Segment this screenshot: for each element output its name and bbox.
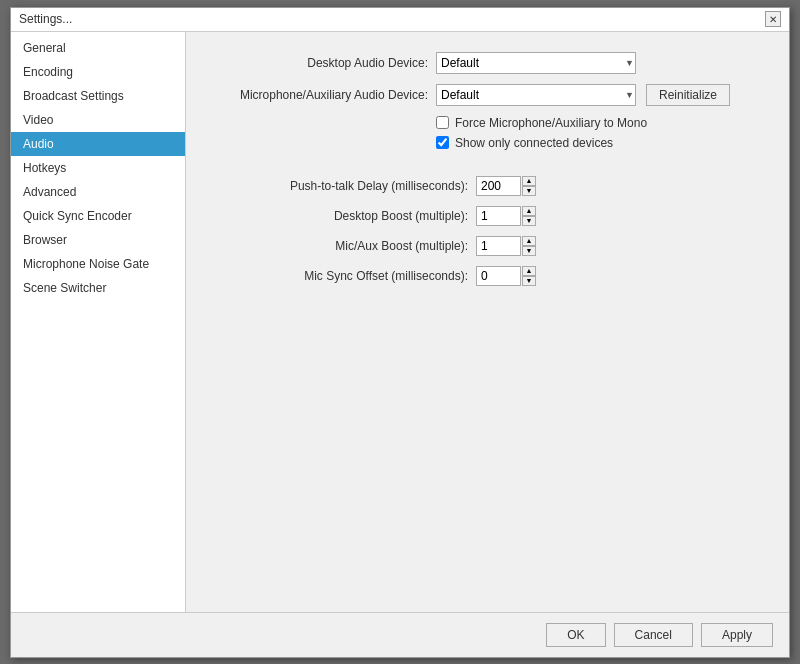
mic-aux-boost-label: Mic/Aux Boost (multiple): [216,239,476,253]
show-connected-checkbox[interactable] [436,136,449,149]
sidebar-item-video[interactable]: Video [11,108,185,132]
apply-button[interactable]: Apply [701,623,773,647]
mic-aux-boost-down-button[interactable]: ▼ [522,246,536,256]
content-spacer [216,296,759,592]
sidebar-item-browser[interactable]: Browser [11,228,185,252]
show-connected-row: Show only connected devices [436,136,759,150]
desktop-audio-label: Desktop Audio Device: [216,56,436,70]
settings-dialog: Settings... ✕ General Encoding Broadcast… [10,7,790,658]
sidebar-item-broadcast-settings[interactable]: Broadcast Settings [11,84,185,108]
mic-aux-boost-row: Mic/Aux Boost (multiple): 1 ▲ ▼ [216,236,759,256]
mic-sync-offset-buttons: ▲ ▼ [522,266,536,286]
mic-aux-boost-input[interactable]: 1 [476,236,521,256]
mic-sync-offset-spinbox: 0 ▲ ▼ [476,266,536,286]
sidebar-item-audio[interactable]: Audio [11,132,185,156]
mic-audio-select[interactable]: Default [436,84,636,106]
force-mono-row: Force Microphone/Auxiliary to Mono [436,116,759,130]
sidebar-item-quick-sync-encoder[interactable]: Quick Sync Encoder [11,204,185,228]
sidebar-item-hotkeys[interactable]: Hotkeys [11,156,185,180]
window-title: Settings... [19,12,72,26]
push-to-talk-spinbox: 200 ▲ ▼ [476,176,536,196]
close-button[interactable]: ✕ [765,11,781,27]
sidebar-item-microphone-noise-gate[interactable]: Microphone Noise Gate [11,252,185,276]
reinitialize-button[interactable]: Reinitialize [646,84,730,106]
sidebar-item-advanced[interactable]: Advanced [11,180,185,204]
push-to-talk-label: Push-to-talk Delay (milliseconds): [216,179,476,193]
cancel-button[interactable]: Cancel [614,623,693,647]
force-mono-checkbox[interactable] [436,116,449,129]
sidebar-item-general[interactable]: General [11,36,185,60]
mic-sync-offset-row: Mic Sync Offset (milliseconds): 0 ▲ ▼ [216,266,759,286]
desktop-boost-label: Desktop Boost (multiple): [216,209,476,223]
push-to-talk-input[interactable]: 200 [476,176,521,196]
desktop-boost-buttons: ▲ ▼ [522,206,536,226]
desktop-boost-spinbox: 1 ▲ ▼ [476,206,536,226]
mic-aux-boost-buttons: ▲ ▼ [522,236,536,256]
desktop-boost-down-button[interactable]: ▼ [522,216,536,226]
dialog-footer: OK Cancel Apply [11,612,789,657]
ok-button[interactable]: OK [546,623,605,647]
mic-aux-boost-spinbox: 1 ▲ ▼ [476,236,536,256]
desktop-boost-row: Desktop Boost (multiple): 1 ▲ ▼ [216,206,759,226]
mic-sync-offset-label: Mic Sync Offset (milliseconds): [216,269,476,283]
sidebar-item-scene-switcher[interactable]: Scene Switcher [11,276,185,300]
push-to-talk-down-button[interactable]: ▼ [522,186,536,196]
title-bar: Settings... ✕ [11,8,789,32]
push-to-talk-up-button[interactable]: ▲ [522,176,536,186]
sidebar: General Encoding Broadcast Settings Vide… [11,32,186,612]
mic-aux-boost-up-button[interactable]: ▲ [522,236,536,246]
mic-sync-offset-down-button[interactable]: ▼ [522,276,536,286]
push-to-talk-row: Push-to-talk Delay (milliseconds): 200 ▲… [216,176,759,196]
dialog-body: General Encoding Broadcast Settings Vide… [11,32,789,612]
desktop-audio-select[interactable]: Default [436,52,636,74]
desktop-audio-select-wrapper: Default ▼ [436,52,636,74]
desktop-boost-up-button[interactable]: ▲ [522,206,536,216]
sidebar-item-encoding[interactable]: Encoding [11,60,185,84]
mic-audio-label: Microphone/Auxiliary Audio Device: [216,88,436,102]
main-content: Desktop Audio Device: Default ▼ Micropho… [186,32,789,612]
force-mono-label: Force Microphone/Auxiliary to Mono [455,116,647,130]
desktop-boost-input[interactable]: 1 [476,206,521,226]
push-to-talk-buttons: ▲ ▼ [522,176,536,196]
show-connected-label: Show only connected devices [455,136,613,150]
mic-audio-row: Microphone/Auxiliary Audio Device: Defau… [216,84,759,106]
desktop-audio-row: Desktop Audio Device: Default ▼ [216,52,759,74]
mic-audio-select-wrapper: Default ▼ [436,84,636,106]
mic-sync-offset-up-button[interactable]: ▲ [522,266,536,276]
mic-sync-offset-input[interactable]: 0 [476,266,521,286]
